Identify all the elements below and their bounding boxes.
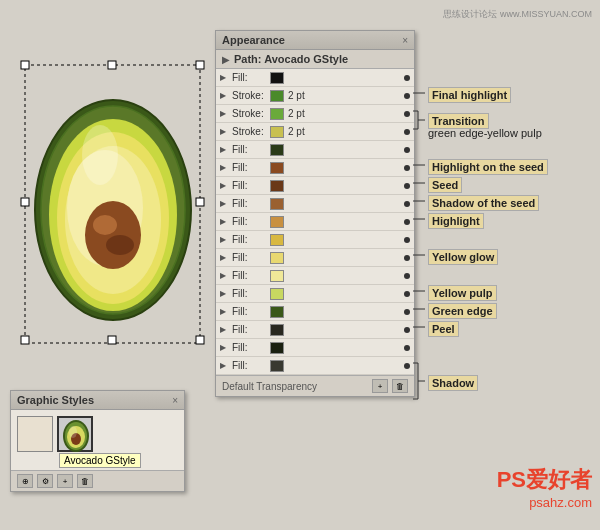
row-label-10: Fill: [232,252,270,263]
row-label-4: Fill: [232,144,270,155]
row-label-7: Fill: [232,198,270,209]
appearance-row-16[interactable]: ▶Fill: [216,357,414,375]
appearance-path-row: ▶ Path: Avocado GStyle [216,50,414,69]
svg-point-25 [69,426,77,438]
row-arrow-3: ▶ [220,127,230,136]
row-dot-0 [404,75,410,81]
row-dot-2 [404,111,410,117]
annotation-green-edge: Green edge [428,303,497,319]
appearance-row-6[interactable]: ▶Fill: [216,177,414,195]
appearance-delete-icon[interactable]: 🗑 [392,379,408,393]
annotation-green-edge-yellow-pulp: green edge-yellow pulp [428,127,542,139]
appearance-row-11[interactable]: ▶Fill: [216,267,414,285]
row-dot-14 [404,327,410,333]
svg-point-16 [93,215,117,235]
svg-point-18 [82,125,118,185]
row-arrow-6: ▶ [220,181,230,190]
appearance-footer-text: Default Transparency [222,381,317,392]
appearance-row-1[interactable]: ▶Stroke:2 pt [216,87,414,105]
graphic-style-item-1[interactable]: Avocado GStyle [57,416,93,452]
row-arrow-8: ▶ [220,217,230,226]
annotation-shadow-seed: Shadow of the seed [428,195,539,211]
annotation-seed: Seed [428,177,462,193]
appearance-row-0[interactable]: ▶Fill: [216,69,414,87]
row-dot-15 [404,345,410,351]
svg-rect-3 [196,61,204,69]
row-label-0: Fill: [232,72,270,83]
graphic-styles-new-icon[interactable]: + [57,474,73,488]
row-dot-8 [404,219,410,225]
appearance-row-8[interactable]: ▶Fill: [216,213,414,231]
appearance-row-7[interactable]: ▶Fill: [216,195,414,213]
row-dot-9 [404,237,410,243]
row-swatch-6 [270,180,284,192]
graphic-styles-titlebar: Graphic Styles × [11,391,184,410]
appearance-row-9[interactable]: ▶Fill: [216,231,414,249]
row-arrow-7: ▶ [220,199,230,208]
appearance-new-icon[interactable]: + [372,379,388,393]
svg-rect-4 [21,198,29,206]
graphic-style-item-0[interactable] [17,416,53,452]
graphic-styles-footer: ⊕ ⚙ + 🗑 [11,470,184,491]
graphic-styles-close-icon[interactable]: × [172,395,178,406]
row-label-13: Fill: [232,306,270,317]
row-swatch-5 [270,162,284,174]
row-swatch-0 [270,72,284,84]
graphic-styles-settings-icon[interactable]: ⚙ [37,474,53,488]
svg-rect-5 [196,198,204,206]
row-dot-10 [404,255,410,261]
row-arrow-0: ▶ [220,73,230,82]
row-label-3: Stroke: [232,126,270,137]
row-dot-6 [404,183,410,189]
row-dot-13 [404,309,410,315]
svg-rect-8 [196,336,204,344]
graphic-styles-title: Graphic Styles [17,394,94,406]
row-label-1: Stroke: [232,90,270,101]
row-value-3: 2 pt [288,126,404,137]
graphic-styles-new-layer-icon[interactable]: ⊕ [17,474,33,488]
row-value-2: 2 pt [288,108,404,119]
appearance-row-12[interactable]: ▶Fill: [216,285,414,303]
watermark-top: 思练设计论坛 www.MISSYUAN.COM [443,8,592,21]
appearance-panel: Appearance × ▶ Path: Avocado GStyle ▶Fil… [215,30,415,397]
appearance-row-15[interactable]: ▶Fill: [216,339,414,357]
row-dot-3 [404,129,410,135]
appearance-row-4[interactable]: ▶Fill: [216,141,414,159]
row-label-15: Fill: [232,342,270,353]
row-dot-11 [404,273,410,279]
row-dot-5 [404,165,410,171]
row-swatch-8 [270,216,284,228]
row-arrow-9: ▶ [220,235,230,244]
row-swatch-9 [270,234,284,246]
row-value-1: 2 pt [288,90,404,101]
row-arrow-5: ▶ [220,163,230,172]
annotation-highlight: Highlight [428,213,484,229]
row-arrow-15: ▶ [220,343,230,352]
appearance-row-5[interactable]: ▶Fill: [216,159,414,177]
row-label-14: Fill: [232,324,270,335]
ps-watermark: PS爱好者 psahz.com [497,465,592,510]
svg-rect-6 [21,336,29,344]
appearance-row-2[interactable]: ▶Stroke:2 pt [216,105,414,123]
row-swatch-12 [270,288,284,300]
appearance-row-3[interactable]: ▶Stroke:2 pt [216,123,414,141]
row-swatch-16 [270,360,284,372]
appearance-row-10[interactable]: ▶Fill: [216,249,414,267]
appearance-rows: ▶Fill:▶Stroke:2 pt▶Stroke:2 pt▶Stroke:2 … [216,69,414,375]
row-swatch-3 [270,126,284,138]
appearance-row-13[interactable]: ▶Fill: [216,303,414,321]
appearance-row-14[interactable]: ▶Fill: [216,321,414,339]
graphic-styles-panel: Graphic Styles × Avocado GStyle ⊕ ⚙ + 🗑 [10,390,185,492]
row-label-16: Fill: [232,360,270,371]
row-arrow-2: ▶ [220,109,230,118]
graphic-styles-delete-icon[interactable]: 🗑 [77,474,93,488]
appearance-titlebar: Appearance × [216,31,414,50]
row-dot-7 [404,201,410,207]
appearance-close-icon[interactable]: × [402,35,408,46]
row-arrow-16: ▶ [220,361,230,370]
appearance-footer: Default Transparency + 🗑 [216,375,414,396]
row-arrow-11: ▶ [220,271,230,280]
row-arrow-10: ▶ [220,253,230,262]
row-swatch-13 [270,306,284,318]
row-swatch-10 [270,252,284,264]
